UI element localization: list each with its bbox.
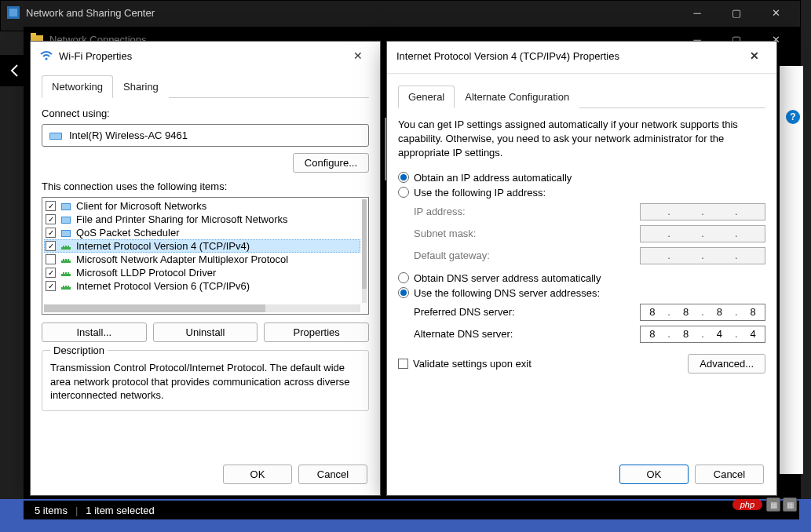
alt-dns-field[interactable]: 8. 8. 4. 4 bbox=[640, 326, 765, 343]
radio-ip-auto-label: Obtain an IP address automatically bbox=[414, 172, 572, 184]
help-icon[interactable]: ? bbox=[786, 110, 800, 124]
component-label: QoS Packet Scheduler bbox=[76, 227, 180, 239]
component-row[interactable]: ✓Client for Microsoft Networks bbox=[44, 199, 360, 213]
wifi-properties-dialog: Wi-Fi Properties ✕ Networking Sharing Co… bbox=[30, 41, 381, 496]
bg1-title: Network and Sharing Center bbox=[26, 7, 155, 19]
component-row[interactable]: ✓File and Printer Sharing for Microsoft … bbox=[44, 213, 360, 226]
components-list[interactable]: ✓Client for Microsoft Networks✓File and … bbox=[42, 197, 369, 315]
ip-address-field: ... bbox=[640, 203, 765, 220]
component-row[interactable]: ✓Internet Protocol Version 6 (TCP/IPv6) bbox=[44, 279, 360, 293]
svg-rect-28 bbox=[68, 286, 69, 287]
component-label: File and Printer Sharing for Microsoft N… bbox=[76, 213, 287, 225]
svg-rect-23 bbox=[65, 272, 67, 274]
wifi-cancel-button[interactable]: Cancel bbox=[298, 465, 367, 484]
tab-general[interactable]: General bbox=[398, 86, 455, 108]
status-items: 5 items bbox=[35, 505, 68, 516]
component-label: Microsoft Network Adapter Multiplexor Pr… bbox=[76, 253, 288, 265]
component-label: Microsoft LLDP Protocol Driver bbox=[76, 267, 216, 279]
items-label: This connection uses the following items… bbox=[42, 180, 369, 192]
component-label: Internet Protocol Version 4 (TCP/IPv4) bbox=[76, 240, 250, 252]
radio-ip-manual-label: Use the following IP address: bbox=[414, 187, 546, 199]
component-row[interactable]: ✓QoS Packet Scheduler bbox=[44, 226, 360, 239]
svg-rect-10 bbox=[62, 217, 70, 223]
svg-rect-1 bbox=[9, 9, 17, 16]
radio-ip-manual[interactable]: Use the following IP address: bbox=[398, 187, 765, 199]
component-checkbox[interactable]: ✓ bbox=[46, 214, 56, 224]
component-label: Internet Protocol Version 6 (TCP/IPv6) bbox=[76, 280, 250, 292]
tab-alternate-config[interactable]: Alternate Configuration bbox=[455, 86, 579, 108]
component-checkbox[interactable]: ✓ bbox=[46, 228, 56, 238]
pref-dns-field[interactable]: 8. 8. 8. 8 bbox=[640, 304, 765, 321]
adapter-field: Intel(R) Wireless-AC 9461 bbox=[42, 124, 369, 147]
subnet-label: Subnet mask: bbox=[414, 228, 640, 239]
bg1-close[interactable]: ✕ bbox=[758, 1, 794, 24]
radio-ip-auto[interactable]: Obtain an IP address automatically bbox=[398, 172, 765, 184]
components-vscroll[interactable] bbox=[362, 199, 367, 303]
svg-rect-19 bbox=[65, 259, 67, 261]
component-row[interactable]: ✓Internet Protocol Version 4 (TCP/IPv4) bbox=[44, 239, 360, 253]
svg-rect-6 bbox=[50, 133, 61, 139]
bg1-maximize[interactable]: ▢ bbox=[718, 1, 754, 24]
adapter-name: Intel(R) Wireless-AC 9461 bbox=[69, 129, 188, 141]
connect-using-label: Connect using: bbox=[42, 107, 369, 119]
svg-rect-22 bbox=[63, 272, 64, 274]
component-checkbox[interactable] bbox=[46, 254, 56, 264]
component-row[interactable]: ✓Microsoft LLDP Protocol Driver bbox=[44, 266, 360, 279]
tab-sharing[interactable]: Sharing bbox=[113, 75, 169, 98]
wifi-ok-button[interactable]: OK bbox=[223, 465, 292, 484]
ipv4-tabs: General Alternate Configuration bbox=[398, 85, 765, 108]
protocol-icon bbox=[60, 241, 71, 252]
radio-dns-auto-label: Obtain DNS server address automatically bbox=[414, 272, 601, 284]
component-label: Client for Microsoft Networks bbox=[76, 200, 206, 212]
wifi-close-button[interactable]: ✕ bbox=[345, 43, 371, 68]
tab-networking[interactable]: Networking bbox=[42, 75, 113, 98]
component-row[interactable]: Microsoft Network Adapter Multiplexor Pr… bbox=[44, 253, 360, 266]
watermark-text: php bbox=[732, 499, 762, 510]
configure-button[interactable]: Configure... bbox=[293, 153, 369, 173]
subnet-field: ... bbox=[640, 225, 765, 242]
svg-rect-16 bbox=[68, 246, 69, 247]
ipv4-close-button[interactable]: ✕ bbox=[742, 43, 767, 68]
component-checkbox[interactable]: ✓ bbox=[46, 281, 56, 291]
description-text: Transmission Control Protocol/Internet P… bbox=[50, 361, 360, 403]
description-box: Description Transmission Control Protoco… bbox=[42, 350, 369, 411]
watermark-icon: ▦ bbox=[766, 497, 780, 512]
ipv4-intro: You can get IP settings assigned automat… bbox=[398, 118, 765, 161]
validate-label: Validate settings upon exit bbox=[413, 358, 532, 370]
svg-rect-14 bbox=[63, 246, 64, 247]
svg-rect-20 bbox=[68, 259, 69, 261]
explorer-statusbar: 5 items | 1 item selected bbox=[24, 501, 799, 519]
component-checkbox[interactable]: ✓ bbox=[46, 241, 56, 251]
advanced-button[interactable]: Advanced... bbox=[688, 354, 765, 373]
properties-button[interactable]: Properties bbox=[264, 322, 369, 342]
bg1-minimize[interactable]: ─ bbox=[679, 1, 715, 24]
protocol-icon bbox=[60, 268, 71, 279]
component-checkbox[interactable]: ✓ bbox=[46, 201, 56, 211]
ipv4-properties-dialog: Internet Protocol Version 4 (TCP/IPv4) P… bbox=[386, 41, 777, 496]
protocol-icon bbox=[60, 254, 71, 265]
svg-rect-27 bbox=[65, 286, 67, 287]
watermark: php ▦ ▦ bbox=[732, 497, 797, 512]
svg-rect-26 bbox=[63, 286, 64, 287]
install-button[interactable]: Install... bbox=[42, 322, 147, 342]
nav-back-button[interactable] bbox=[0, 55, 31, 86]
ipv4-cancel-button[interactable]: Cancel bbox=[695, 465, 764, 484]
ipv4-titlebar: Internet Protocol Version 4 (TCP/IPv4) P… bbox=[387, 42, 776, 70]
gateway-label: Default gateway: bbox=[414, 250, 640, 261]
svg-point-4 bbox=[45, 57, 47, 60]
radio-dns-auto[interactable]: Obtain DNS server address automatically bbox=[398, 272, 765, 284]
pref-dns-label: Preferred DNS server: bbox=[414, 306, 640, 318]
svg-rect-18 bbox=[63, 259, 64, 261]
uninstall-button[interactable]: Uninstall bbox=[153, 322, 258, 342]
ipv4-ok-button[interactable]: OK bbox=[619, 465, 689, 484]
radio-dns-manual[interactable]: Use the following DNS server addresses: bbox=[398, 287, 765, 299]
description-legend: Description bbox=[50, 344, 108, 356]
wifi-titlebar: Wi-Fi Properties ✕ bbox=[31, 42, 380, 70]
component-checkbox[interactable]: ✓ bbox=[46, 268, 56, 278]
protocol-icon bbox=[60, 281, 71, 292]
svg-rect-24 bbox=[68, 272, 69, 274]
validate-checkbox[interactable] bbox=[398, 359, 408, 369]
alt-dns-label: Alternate DNS server: bbox=[414, 328, 640, 340]
components-hscroll[interactable] bbox=[44, 304, 360, 312]
watermark-icon: ▦ bbox=[783, 497, 797, 512]
